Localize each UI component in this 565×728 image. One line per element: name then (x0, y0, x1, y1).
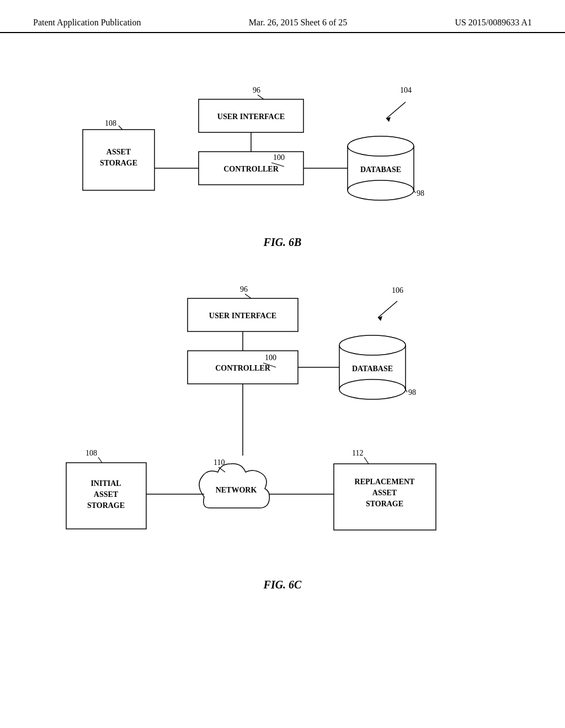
fig6b-diagram: 108 ASSET STORAGE 96 USER INTERFACE 100 … (33, 44, 530, 232)
leader-108-6b (119, 126, 122, 130)
repl-as-text3-6c: STORAGE (366, 500, 403, 508)
initial-as-text3-6c: STORAGE (87, 501, 125, 510)
label-96-6b: 96 (253, 86, 260, 94)
leader-112-6c (364, 457, 369, 464)
asset-storage-text1-6b: ASSET (106, 148, 131, 156)
main-content: 108 ASSET STORAGE 96 USER INTERFACE 100 … (0, 33, 565, 619)
db-bottom-ellipse-6b (348, 180, 414, 200)
controller-text-6b: CONTROLLER (223, 165, 279, 173)
controller-text-6c: CONTROLLER (215, 364, 270, 372)
header-date-sheet: Mar. 26, 2015 Sheet 6 of 25 (249, 18, 348, 28)
label-112-6c: 112 (352, 449, 363, 457)
initial-as-text2-6c: ASSET (94, 490, 119, 499)
leader-104-6b (386, 102, 406, 119)
label-98-6b: 98 (417, 189, 424, 197)
fig6b-section: 108 ASSET STORAGE 96 USER INTERFACE 100 … (33, 44, 532, 249)
fig6c-section: 96 USER INTERFACE 100 CONTROLLER 106 (33, 265, 532, 591)
asset-storage-text2-6b: STORAGE (100, 159, 137, 167)
label-104-6b: 104 (400, 86, 412, 94)
label-108-6c: 108 (86, 449, 97, 457)
label-96-6c: 96 (240, 285, 248, 293)
label-100-6c: 100 (265, 354, 276, 362)
repl-as-text2-6c: ASSET (372, 489, 397, 497)
database-text-6c: DATABASE (352, 365, 393, 373)
replacement-asset-storage-box-6c (334, 464, 436, 530)
header-patent-number: US 2015/0089633 A1 (455, 18, 532, 28)
leader-96-6c (245, 294, 251, 298)
network-text-6c: NETWORK (216, 486, 257, 494)
header-publication-type: Patent Application Publication (33, 18, 141, 28)
leader-96-6b (258, 95, 264, 99)
leader-108-6c (98, 457, 102, 463)
label-108-6b: 108 (105, 119, 116, 127)
database-text-6b: DATABASE (360, 165, 401, 174)
user-interface-text-6b: USER INTERFACE (217, 113, 285, 121)
label-106-6c: 106 (392, 286, 403, 295)
fig6c-label: FIG. 6C (33, 579, 532, 591)
fig6c-diagram: 96 USER INTERFACE 100 CONTROLLER 106 (33, 265, 530, 574)
leader-106-6c (378, 301, 397, 318)
user-interface-text-6c: USER INTERFACE (209, 312, 276, 320)
fig6b-label: FIG. 6B (33, 236, 532, 249)
repl-as-text1-6c: REPLACEMENT (355, 478, 415, 486)
db-top-ellipse-6b (348, 136, 414, 156)
db-top-ellipse-6c (339, 335, 406, 355)
db-bottom-ellipse-6c (339, 379, 406, 399)
initial-as-text1-6c: INITIAL (90, 479, 121, 488)
page-header: Patent Application Publication Mar. 26, … (0, 0, 565, 33)
label-98-6c: 98 (408, 388, 416, 397)
label-100-6b: 100 (273, 153, 285, 162)
